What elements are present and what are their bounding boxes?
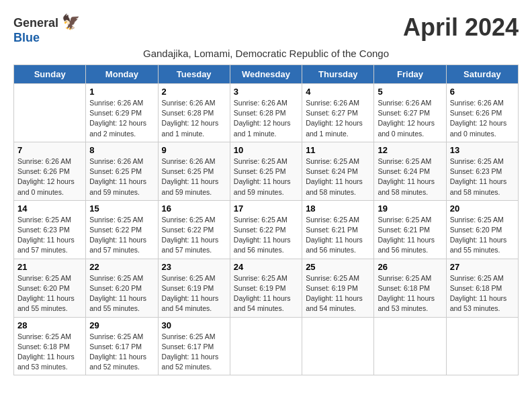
day-number: 4 [306,87,370,97]
day-info: Sunrise: 6:25 AM Sunset: 6:22 PM Dayligh… [162,215,226,256]
calendar-cell: 13Sunrise: 6:25 AM Sunset: 6:23 PM Dayli… [446,142,518,200]
page-header: General 🦅 Blue April 2024 [13,13,519,45]
calendar-cell: 21Sunrise: 6:25 AM Sunset: 6:20 PM Dayli… [14,259,86,317]
calendar-cell: 1Sunrise: 6:26 AM Sunset: 6:29 PM Daylig… [86,84,158,142]
day-info: Sunrise: 6:25 AM Sunset: 6:20 PM Dayligh… [450,215,515,256]
day-info: Sunrise: 6:25 AM Sunset: 6:21 PM Dayligh… [306,215,370,256]
day-number: 5 [378,87,442,97]
day-info: Sunrise: 6:25 AM Sunset: 6:18 PM Dayligh… [450,273,515,314]
day-info: Sunrise: 6:26 AM Sunset: 6:27 PM Dayligh… [378,98,442,139]
calendar-cell: 26Sunrise: 6:25 AM Sunset: 6:18 PM Dayli… [374,259,446,317]
day-number: 3 [234,87,298,97]
day-number: 17 [234,203,298,214]
calendar-cell: 28Sunrise: 6:25 AM Sunset: 6:18 PM Dayli… [14,317,86,375]
day-info: Sunrise: 6:25 AM Sunset: 6:24 PM Dayligh… [306,156,370,197]
calendar-cell [302,317,374,375]
day-number: 29 [89,320,154,330]
day-info: Sunrise: 6:25 AM Sunset: 6:17 PM Dayligh… [162,332,226,373]
day-number: 27 [450,262,515,272]
day-number: 23 [162,262,226,272]
day-info: Sunrise: 6:25 AM Sunset: 6:20 PM Dayligh… [17,273,82,314]
day-number: 9 [162,145,226,155]
day-number: 22 [89,262,154,272]
calendar-cell: 7Sunrise: 6:26 AM Sunset: 6:26 PM Daylig… [14,142,86,200]
day-info: Sunrise: 6:25 AM Sunset: 6:24 PM Dayligh… [378,156,442,197]
calendar-cell [446,317,518,375]
calendar-cell: 19Sunrise: 6:25 AM Sunset: 6:21 PM Dayli… [374,200,446,259]
calendar-cell: 8Sunrise: 6:26 AM Sunset: 6:25 PM Daylig… [86,142,158,200]
day-of-week-header: Saturday [446,65,518,84]
calendar-cell: 14Sunrise: 6:25 AM Sunset: 6:23 PM Dayli… [14,200,86,259]
logo-blue-text: Blue [13,31,40,45]
calendar-cell: 30Sunrise: 6:25 AM Sunset: 6:17 PM Dayli… [158,317,230,375]
day-number: 1 [89,87,154,97]
calendar-cell [14,84,86,142]
month-title: April 2024 [403,13,519,42]
day-number: 10 [234,145,298,155]
day-info: Sunrise: 6:25 AM Sunset: 6:17 PM Dayligh… [89,332,154,373]
day-info: Sunrise: 6:25 AM Sunset: 6:25 PM Dayligh… [234,156,298,197]
day-info: Sunrise: 6:26 AM Sunset: 6:25 PM Dayligh… [162,156,226,197]
day-of-week-header: Wednesday [230,65,302,84]
calendar-cell: 22Sunrise: 6:25 AM Sunset: 6:20 PM Dayli… [86,259,158,317]
logo: General 🦅 Blue [13,13,80,45]
day-number: 7 [17,145,82,155]
day-number: 6 [450,87,515,97]
day-number: 11 [306,145,370,155]
day-number: 15 [89,203,154,214]
day-number: 24 [234,262,298,272]
calendar-cell: 18Sunrise: 6:25 AM Sunset: 6:21 PM Dayli… [302,200,374,259]
day-number: 16 [162,203,226,214]
day-info: Sunrise: 6:25 AM Sunset: 6:20 PM Dayligh… [89,273,154,314]
day-info: Sunrise: 6:25 AM Sunset: 6:19 PM Dayligh… [234,273,298,314]
day-number: 25 [306,262,370,272]
calendar-cell: 25Sunrise: 6:25 AM Sunset: 6:19 PM Dayli… [302,259,374,317]
calendar-cell: 27Sunrise: 6:25 AM Sunset: 6:18 PM Dayli… [446,259,518,317]
calendar-cell: 5Sunrise: 6:26 AM Sunset: 6:27 PM Daylig… [374,84,446,142]
day-info: Sunrise: 6:25 AM Sunset: 6:19 PM Dayligh… [162,273,226,314]
day-info: Sunrise: 6:26 AM Sunset: 6:27 PM Dayligh… [306,98,370,139]
calendar-cell [230,317,302,375]
day-of-week-header: Thursday [302,65,374,84]
day-info: Sunrise: 6:25 AM Sunset: 6:22 PM Dayligh… [234,215,298,256]
location-subtitle: Gandajika, Lomami, Democratic Republic o… [13,48,519,59]
day-of-week-header: Friday [374,65,446,84]
day-number: 12 [378,145,442,155]
calendar-cell: 10Sunrise: 6:25 AM Sunset: 6:25 PM Dayli… [230,142,302,200]
day-info: Sunrise: 6:26 AM Sunset: 6:28 PM Dayligh… [234,98,298,139]
calendar-cell: 9Sunrise: 6:26 AM Sunset: 6:25 PM Daylig… [158,142,230,200]
calendar-cell: 11Sunrise: 6:25 AM Sunset: 6:24 PM Dayli… [302,142,374,200]
day-number: 14 [17,203,82,214]
day-number: 30 [162,320,226,330]
day-number: 26 [378,262,442,272]
day-number: 28 [17,320,82,330]
day-info: Sunrise: 6:25 AM Sunset: 6:18 PM Dayligh… [378,273,442,314]
calendar-cell: 24Sunrise: 6:25 AM Sunset: 6:19 PM Dayli… [230,259,302,317]
day-number: 21 [17,262,82,272]
logo-bird-icon: 🦅 [62,13,80,30]
calendar-cell: 2Sunrise: 6:26 AM Sunset: 6:28 PM Daylig… [158,84,230,142]
calendar-cell: 15Sunrise: 6:25 AM Sunset: 6:22 PM Dayli… [86,200,158,259]
day-number: 2 [162,87,226,97]
day-info: Sunrise: 6:26 AM Sunset: 6:26 PM Dayligh… [17,156,82,197]
logo-general-text: General [13,16,58,30]
calendar-cell: 20Sunrise: 6:25 AM Sunset: 6:20 PM Dayli… [446,200,518,259]
calendar-cell: 6Sunrise: 6:26 AM Sunset: 6:26 PM Daylig… [446,84,518,142]
day-of-week-header: Tuesday [158,65,230,84]
calendar-cell: 16Sunrise: 6:25 AM Sunset: 6:22 PM Dayli… [158,200,230,259]
day-number: 19 [378,203,442,214]
day-info: Sunrise: 6:26 AM Sunset: 6:26 PM Dayligh… [450,98,515,139]
day-info: Sunrise: 6:25 AM Sunset: 6:18 PM Dayligh… [17,332,82,373]
day-info: Sunrise: 6:25 AM Sunset: 6:19 PM Dayligh… [306,273,370,314]
day-info: Sunrise: 6:25 AM Sunset: 6:23 PM Dayligh… [17,215,82,256]
calendar-cell: 12Sunrise: 6:25 AM Sunset: 6:24 PM Dayli… [374,142,446,200]
day-info: Sunrise: 6:26 AM Sunset: 6:25 PM Dayligh… [89,156,154,197]
calendar-cell: 3Sunrise: 6:26 AM Sunset: 6:28 PM Daylig… [230,84,302,142]
day-info: Sunrise: 6:25 AM Sunset: 6:22 PM Dayligh… [89,215,154,256]
calendar-cell [374,317,446,375]
calendar-cell: 29Sunrise: 6:25 AM Sunset: 6:17 PM Dayli… [86,317,158,375]
day-of-week-header: Monday [86,65,158,84]
day-number: 13 [450,145,515,155]
day-of-week-header: Sunday [14,65,86,84]
day-info: Sunrise: 6:26 AM Sunset: 6:28 PM Dayligh… [162,98,226,139]
